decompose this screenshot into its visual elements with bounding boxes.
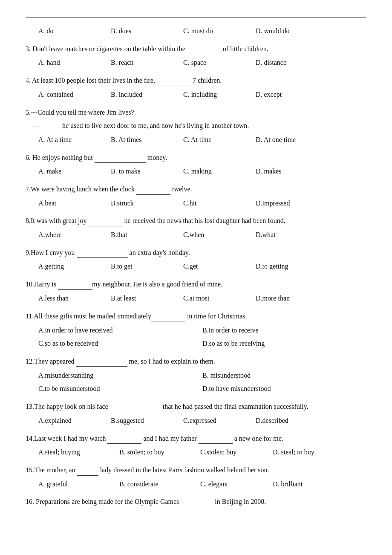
question-3-text: 3. Don't leave matches or cigarettes on …	[26, 43, 366, 55]
blank-15	[77, 475, 98, 476]
blank-7	[136, 194, 170, 195]
blank-14b	[199, 443, 233, 444]
options-row-8: A.where B.that C.when D.what	[26, 229, 366, 241]
option-10a: A.less than	[38, 292, 98, 305]
question-10-text: 10.Harry is my neighbour. He is also a g…	[26, 279, 366, 290]
option-15b: B. considerate	[119, 478, 187, 491]
option-11a: A.in order to have received	[38, 324, 202, 337]
question-9: 9.How I envy you an extra day's holiday.…	[26, 247, 366, 273]
question-4: 4. At least 100 people lost their lives …	[26, 75, 366, 101]
option-13a: A.explained	[38, 415, 98, 427]
option-b: B. does	[111, 25, 170, 38]
blank-11	[151, 321, 185, 321]
option-14a: A.steal; buying	[38, 446, 107, 459]
option-8d: D.what	[256, 229, 315, 241]
option-11d: D.so as to be receiving	[202, 337, 366, 350]
blank-4	[157, 86, 191, 86]
option-15a: A. grateful	[38, 478, 107, 491]
option-7d: D.impressed	[256, 197, 315, 210]
blank-6	[95, 162, 146, 163]
question-15-text: 15.The mother, an lady dressed in the la…	[26, 465, 366, 476]
option-11c: C.so as to be received	[38, 337, 202, 350]
blank-12	[76, 366, 127, 367]
options-row-7: A.beat B.struck C.hit D.impressed	[26, 197, 366, 210]
option-3d: D. distance	[256, 57, 315, 69]
option-4a: A. contained	[38, 89, 98, 101]
option-4c: C. including	[183, 89, 243, 101]
question-3: 3. Don't leave matches or cigarettes on …	[26, 43, 366, 69]
option-4b: B. included	[111, 89, 170, 101]
question-11: 11.All these gifts must be mailed immedi…	[26, 311, 366, 350]
blank-16	[181, 507, 215, 507]
options-row-12: A.misunderstanding B. misunderstood C.to…	[26, 369, 366, 395]
option-15d: D. brilliant	[273, 478, 332, 491]
blank-14a	[107, 443, 141, 444]
blank-9	[77, 257, 128, 258]
blank-10	[58, 289, 92, 290]
options-row-10: A.less than B.at least C.at most D.more …	[26, 292, 366, 305]
option-7c: C.hit	[183, 197, 243, 210]
option-4d: D. except	[256, 89, 315, 101]
options-row-6: A. make B. to make C. making D. makes	[26, 165, 366, 178]
options-row-11: A.in order to have received B.in order t…	[26, 324, 366, 350]
option-13c: C.expressed	[183, 415, 243, 427]
option-7b: B.struck	[111, 197, 170, 210]
question-15: 15.The mother, an lady dressed in the la…	[26, 465, 366, 490]
options-row-4: A. contained B. included C. including D.…	[26, 89, 366, 101]
options-row-5: A. At a time B. At times C. At time D. A…	[26, 134, 366, 146]
top-divider	[26, 17, 366, 17]
question-5b-text: --- he used to live next door to me, and…	[26, 120, 366, 131]
option-5c: C. At time	[183, 134, 243, 146]
option-6a: A. make	[38, 165, 98, 178]
question-5a-text: 5.---Could you tell me where Jim lives?	[26, 107, 366, 118]
question-14: 14.Last week I had my watch and I had my…	[26, 433, 366, 459]
option-14b: B. stolen; to buy	[119, 446, 187, 459]
question-9-text: 9.How I envy you an extra day's holiday.	[26, 247, 366, 258]
option-10c: C.at most	[183, 292, 243, 305]
option-8b: B.that	[111, 229, 170, 241]
question-7: 7.We were having lunch when the clock tw…	[26, 184, 366, 209]
question-5: 5.---Could you tell me where Jim lives? …	[26, 107, 366, 146]
option-d: D. would do	[256, 25, 315, 38]
question-12-text: 12.They appeared me, so I had to explain…	[26, 356, 366, 367]
option-12b: B. misunderstood	[202, 369, 366, 382]
option-9b: B.to get	[111, 260, 170, 273]
option-12c: C.to be misunderstood	[38, 382, 202, 395]
question-7-text: 7.We were having lunch when the clock tw…	[26, 184, 366, 195]
option-10d: D.more than	[256, 292, 315, 305]
option-c: C. must do	[183, 25, 243, 38]
option-12d: D.to have misunderstood	[202, 382, 366, 395]
question-14-text: 14.Last week I had my watch and I had my…	[26, 433, 366, 444]
option-9d: D.to getting	[256, 260, 315, 273]
question-12: 12.They appeared me, so I had to explain…	[26, 356, 366, 395]
option-3a: A. hand	[38, 57, 98, 69]
option-9a: A.getting	[38, 260, 98, 273]
option-6d: D. makes	[256, 165, 315, 178]
question-4-text: 4. At least 100 people lost their lives …	[26, 75, 366, 86]
question-13: 13.The happy look on his face that he ha…	[26, 401, 366, 427]
option-8a: A.where	[38, 229, 98, 241]
options-row-15: A. grateful B. considerate C. elegant D.…	[26, 478, 366, 491]
option-8c: C.when	[183, 229, 243, 241]
blank-3	[187, 54, 221, 54]
options-row-14: A.steal; buying B. stolen; to buy C.stol…	[26, 446, 366, 459]
option-14d: D. steal; to buy	[273, 446, 332, 459]
question-6-text: 6. He enjoys nothing but money.	[26, 152, 366, 163]
question-10: 10.Harry is my neighbour. He is also a g…	[26, 279, 366, 304]
question-13-text: 13.The happy look on his face that he ha…	[26, 401, 366, 412]
question-6: 6. He enjoys nothing but money. A. make …	[26, 152, 366, 178]
blank-5	[39, 131, 61, 131]
option-5d: D. At one time	[256, 134, 315, 146]
option-9c: C.get	[183, 260, 243, 273]
option-15c: C. elegant	[200, 478, 260, 491]
option-a: A. do	[38, 25, 98, 38]
question-16: 16. Preparations are being made for the …	[26, 496, 366, 507]
option-6c: C. making	[183, 165, 243, 178]
question-16-text: 16. Preparations are being made for the …	[26, 496, 366, 507]
question-8: 8.It was with great joy he received the …	[26, 215, 366, 241]
blank-13	[110, 412, 161, 412]
option-13b: B.suggested	[111, 415, 170, 427]
options-row-13: A.explained B.suggested C.expressed D.de…	[26, 415, 366, 427]
question-8-text: 8.It was with great joy he received the …	[26, 215, 366, 226]
option-3c: C. space	[183, 57, 243, 69]
